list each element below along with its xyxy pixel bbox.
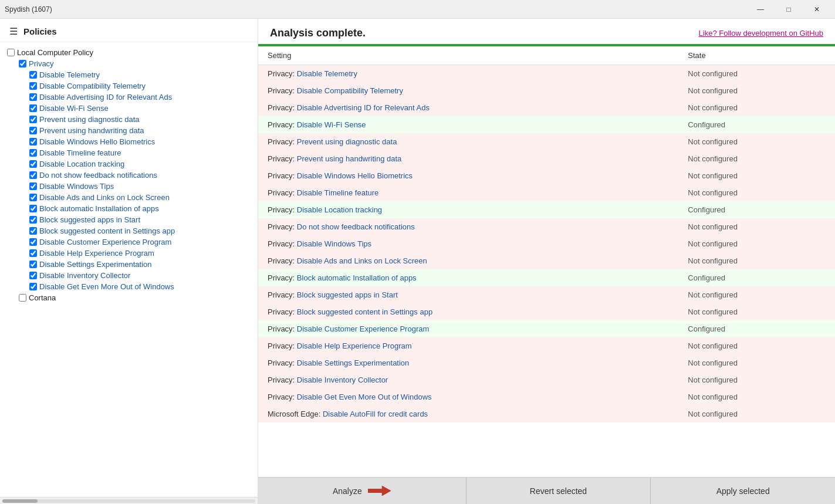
table-row[interactable]: Privacy: Prevent using handwriting dataN… — [258, 150, 835, 167]
tree-item-disable-timeline-feature: Disable Timeline feature — [29, 147, 253, 158]
checkbox-disable-inventory-collector[interactable] — [29, 272, 37, 279]
label-disable-compatibility-telemetry[interactable]: Disable Compatibility Telemetry — [39, 82, 146, 90]
label-disable-get-even-more-out-of-windows[interactable]: Disable Get Even More Out of Windows — [39, 282, 174, 291]
checkbox-disable-telemetry[interactable] — [29, 71, 37, 79]
label-block-automatic-installation-of-apps[interactable]: Block automatic Installation of apps — [39, 204, 159, 213]
table-row[interactable]: Privacy: Disable Location trackingConfig… — [258, 201, 835, 218]
label-disable-inventory-collector[interactable]: Disable Inventory Collector — [39, 271, 130, 280]
checkbox-block-automatic-installation-of-apps[interactable] — [29, 205, 37, 212]
table-row[interactable]: Privacy: Disable Compatibility Telemetry… — [258, 82, 835, 99]
cell-setting-20: Microsoft Edge: Disable AutoFill for cre… — [258, 405, 678, 422]
cell-setting-11: Privacy: Disable Ads and Links on Lock S… — [258, 252, 678, 269]
tree-item-cortana: Cortana — [19, 292, 253, 303]
results-table: Setting State Privacy: Disable Telemetry… — [258, 46, 835, 422]
checkbox-disable-compatibility-telemetry[interactable] — [29, 82, 37, 90]
checkbox-disable-location-tracking[interactable] — [29, 160, 37, 168]
label-privacy[interactable]: Privacy — [29, 59, 54, 68]
horizontal-scrollbar[interactable] — [0, 497, 258, 504]
table-row[interactable]: Privacy: Do not show feedback notificati… — [258, 218, 835, 235]
checkbox-disable-timeline-feature[interactable] — [29, 149, 37, 157]
table-row[interactable]: Privacy: Disable Wi-Fi SenseConfigured — [258, 116, 835, 133]
tree-item-disable-settings-experimentation: Disable Settings Experimentation — [29, 259, 253, 270]
checkbox-disable-windows-tips[interactable] — [29, 182, 37, 190]
hamburger-icon[interactable]: ☰ — [9, 26, 18, 37]
label-disable-windows-hello-biometrics[interactable]: Disable Windows Hello Biometrics — [39, 137, 155, 146]
checkbox-prevent-using-handwriting-data[interactable] — [29, 127, 37, 134]
label-disable-customer-experience-program[interactable]: Disable Customer Experience Program — [39, 238, 171, 246]
label-disable-location-tracking[interactable]: Disable Location tracking — [39, 160, 124, 168]
cell-state-6: Not configured — [678, 167, 835, 184]
table-row[interactable]: Privacy: Prevent using diagnostic dataNo… — [258, 133, 835, 150]
cell-state-18: Not configured — [678, 371, 835, 388]
label-block-suggested-content-in-settings-app[interactable]: Block suggested content in Settings app — [39, 226, 175, 235]
label-do-not-show-feedback-notifications[interactable]: Do not show feedback notifications — [39, 171, 157, 180]
cell-state-10: Not configured — [678, 235, 835, 252]
tree-item-disable-inventory-collector: Disable Inventory Collector — [29, 270, 253, 281]
revert-button[interactable]: Revert selected — [466, 478, 651, 504]
table-row[interactable]: Privacy: Disable Advertising ID for Rele… — [258, 99, 835, 116]
checkbox-block-suggested-content-in-settings-app[interactable] — [29, 227, 37, 235]
label-disable-help-experience-program[interactable]: Disable Help Experience Program — [39, 249, 154, 258]
checkbox-cortana[interactable] — [19, 294, 26, 302]
label-disable-telemetry[interactable]: Disable Telemetry — [39, 70, 100, 79]
checkbox-block-suggested-apps-in-start[interactable] — [29, 216, 37, 224]
label-root[interactable]: Local Computer Policy — [17, 48, 93, 57]
label-disable-ads-and-links-on-lock-screen[interactable]: Disable Ads and Links on Lock Screen — [39, 193, 170, 202]
label-prevent-using-handwriting-data[interactable]: Prevent using handwriting data — [39, 126, 144, 135]
checkbox-disable-help-experience-program[interactable] — [29, 249, 37, 257]
minimize-button[interactable]: — — [747, 0, 774, 19]
maximize-button[interactable]: □ — [775, 0, 802, 19]
label-disable-advertising-id-for-relevant-ads[interactable]: Disable Advertising ID for Relevant Ads — [39, 93, 172, 102]
checkbox-root[interactable] — [7, 49, 15, 56]
cell-state-15: Configured — [678, 320, 835, 337]
checkbox-disable-ads-and-links-on-lock-screen[interactable] — [29, 194, 37, 201]
table-row[interactable]: Privacy: Disable Timeline featureNot con… — [258, 184, 835, 201]
cell-state-11: Not configured — [678, 252, 835, 269]
label-disable-timeline-feature[interactable]: Disable Timeline feature — [39, 148, 121, 157]
label-block-suggested-apps-in-start[interactable]: Block suggested apps in Start — [39, 215, 140, 224]
analysis-title: Analysis complete. — [270, 27, 366, 39]
label-disable-wi-fi-sense[interactable]: Disable Wi-Fi Sense — [39, 104, 109, 113]
label-prevent-using-diagnostic-data[interactable]: Prevent using diagnostic data — [39, 115, 140, 124]
table-row[interactable]: Privacy: Disable Inventory CollectorNot … — [258, 371, 835, 388]
checkbox-prevent-using-diagnostic-data[interactable] — [29, 116, 37, 123]
table-row[interactable]: Privacy: Block suggested apps in StartNo… — [258, 286, 835, 303]
table-row[interactable]: Microsoft Edge: Disable AutoFill for cre… — [258, 405, 835, 422]
table-row[interactable]: Privacy: Disable Customer Experience Pro… — [258, 320, 835, 337]
cell-setting-6: Privacy: Disable Windows Hello Biometric… — [258, 167, 678, 184]
analyze-button[interactable]: Analyze — [258, 478, 466, 504]
content-area: Analysis complete. Like? Follow developm… — [258, 19, 835, 504]
label-disable-settings-experimentation[interactable]: Disable Settings Experimentation — [39, 260, 152, 269]
table-row[interactable]: Privacy: Disable Get Even More Out of Wi… — [258, 388, 835, 405]
checkbox-disable-advertising-id-for-relevant-ads[interactable] — [29, 93, 37, 101]
checkbox-privacy[interactable] — [19, 60, 26, 67]
cell-state-7: Not configured — [678, 184, 835, 201]
cell-setting-14: Privacy: Block suggested content in Sett… — [258, 303, 678, 320]
table-row[interactable]: Privacy: Disable Settings Experimentatio… — [258, 354, 835, 371]
checkbox-disable-settings-experimentation[interactable] — [29, 261, 37, 268]
table-row[interactable]: Privacy: Disable Windows TipsNot configu… — [258, 235, 835, 252]
table-row[interactable]: Privacy: Disable Windows Hello Biometric… — [258, 167, 835, 184]
table-row[interactable]: Privacy: Block suggested content in Sett… — [258, 303, 835, 320]
table-row[interactable]: Privacy: Block automatic Installation of… — [258, 269, 835, 286]
cell-setting-15: Privacy: Disable Customer Experience Pro… — [258, 320, 678, 337]
close-button[interactable]: ✕ — [803, 0, 830, 19]
github-link[interactable]: Like? Follow development on GitHub — [699, 29, 823, 38]
checkbox-disable-customer-experience-program[interactable] — [29, 238, 37, 246]
cell-state-0: Not configured — [678, 65, 835, 83]
table-container[interactable]: Setting State Privacy: Disable Telemetry… — [258, 46, 835, 477]
apply-button[interactable]: Apply selected — [651, 478, 835, 504]
label-cortana[interactable]: Cortana — [29, 293, 56, 302]
checkbox-disable-get-even-more-out-of-windows[interactable] — [29, 283, 37, 290]
checkbox-disable-windows-hello-biometrics[interactable] — [29, 138, 37, 146]
checkbox-disable-wi-fi-sense[interactable] — [29, 104, 37, 112]
setting-name-3: Disable Wi-Fi Sense — [297, 120, 366, 129]
tree-item-disable-help-experience-program: Disable Help Experience Program — [29, 248, 253, 259]
setting-name-13: Block suggested apps in Start — [297, 290, 398, 299]
label-disable-windows-tips[interactable]: Disable Windows Tips — [39, 182, 114, 191]
checkbox-do-not-show-feedback-notifications[interactable] — [29, 171, 37, 179]
table-row[interactable]: Privacy: Disable Help Experience Program… — [258, 337, 835, 354]
table-row[interactable]: Privacy: Disable Ads and Links on Lock S… — [258, 252, 835, 269]
table-row[interactable]: Privacy: Disable TelemetryNot configured — [258, 65, 835, 83]
sidebar-content[interactable]: Local Computer Policy Privacy Disable Te… — [0, 42, 258, 497]
